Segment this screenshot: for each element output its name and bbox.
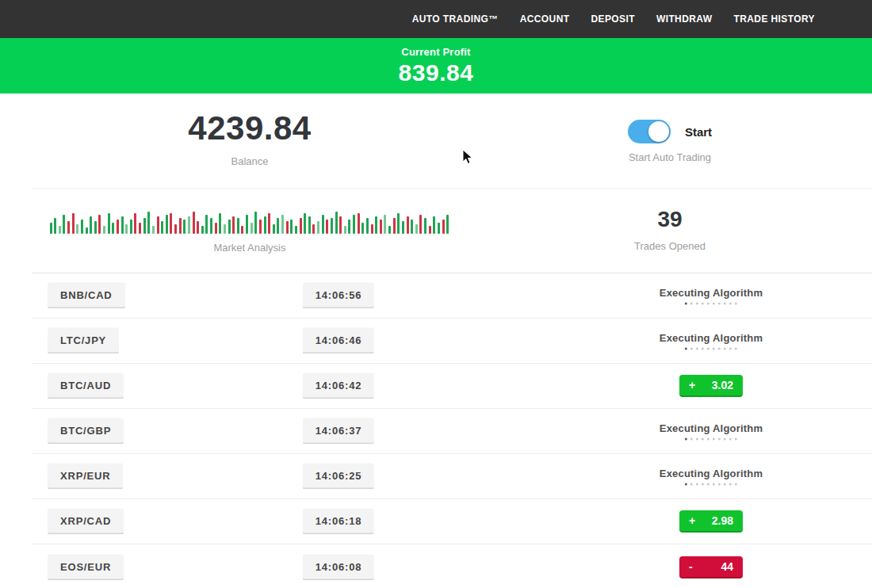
profit-badge: +2.98 (679, 510, 743, 533)
market-bar (170, 213, 172, 234)
market-bar (174, 224, 177, 234)
market-bar (429, 226, 431, 234)
balance-value: 4239.84 (188, 109, 311, 147)
market-bar (134, 213, 136, 234)
progress-dot (735, 438, 737, 441)
market-bar (210, 218, 212, 234)
market-bar (103, 226, 105, 234)
progress-dot (735, 483, 737, 486)
progress-dot (696, 303, 698, 305)
pair-chip: XRP/CAD (48, 509, 124, 535)
progress-dot (724, 483, 726, 486)
time-chip: 14:06:46 (303, 328, 374, 354)
market-bar (402, 221, 404, 234)
market-bar (98, 215, 101, 234)
market-bar (264, 216, 266, 234)
market-bar (254, 212, 257, 234)
nav-item-trade-history[interactable]: TRADE HISTORY (733, 13, 815, 25)
market-row: Market Analysis 39 Trades Opened (32, 189, 872, 273)
trade-list: BNB/CAD 14:06:56 Executing Algorithm LTC… (32, 273, 872, 588)
progress-dot (718, 348, 721, 350)
market-bar (295, 226, 297, 234)
market-bar (81, 220, 83, 234)
market-bar (241, 226, 243, 234)
market-bar (108, 213, 110, 234)
market-bar (63, 215, 65, 234)
market-bar (205, 215, 208, 234)
market-bar (326, 220, 328, 234)
market-bar (322, 215, 324, 234)
market-bar (251, 223, 253, 234)
nav-item-auto-trading[interactable]: AUTO TRADING™ (412, 13, 499, 25)
market-bar (157, 216, 159, 234)
progress-dot (729, 483, 732, 486)
pair-chip: BTC/AUD (48, 373, 124, 399)
auto-trading-page: AUTO TRADING™ACCOUNTDEPOSITWITHDRAWTRADE… (0, 0, 872, 588)
badge-amount: 2.98 (712, 514, 733, 527)
market-bar (371, 224, 373, 234)
progress-dot (696, 438, 698, 441)
status-cell: Executing Algorithm (660, 422, 763, 441)
market-analysis-section: Market Analysis (32, 189, 468, 273)
progress-dot (685, 303, 687, 305)
market-bar (407, 216, 409, 234)
pair-chip: EOS/EUR (48, 554, 124, 580)
trades-opened-section: 39 Trades Opened (468, 189, 872, 273)
progress-dot (690, 483, 693, 486)
current-profit-label: Current Profit (401, 46, 470, 58)
market-bar (366, 218, 369, 234)
market-bar (348, 220, 350, 234)
executing-algorithm-label: Executing Algorithm (660, 332, 763, 344)
balance-label: Balance (231, 155, 269, 167)
market-bar (393, 218, 396, 234)
nav-item-deposit[interactable]: DEPOSIT (591, 13, 634, 25)
market-bar (317, 221, 319, 234)
auto-trading-toggle[interactable] (628, 120, 671, 143)
market-bar (411, 220, 413, 234)
time-chip: 14:06:25 (303, 464, 374, 490)
market-bar (375, 216, 377, 234)
progress-dot (685, 483, 687, 486)
market-bar (424, 218, 426, 234)
market-bar (161, 221, 163, 234)
trades-opened-value: 39 (657, 207, 682, 232)
progress-dot (690, 348, 693, 350)
market-bar (117, 220, 119, 234)
table-row: XRP/EUR 14:06:25 Executing Algorithm (32, 454, 872, 499)
pair-chip: XRP/EUR (48, 464, 123, 490)
market-bar (246, 215, 248, 234)
market-bar (143, 218, 146, 234)
market-bar (139, 223, 141, 234)
progress-dot (713, 303, 715, 305)
market-bar (259, 220, 262, 234)
progress-dot (718, 438, 721, 441)
progress-dot (702, 483, 704, 486)
badge-amount: 44 (721, 560, 733, 573)
pair-chip: BTC/GBP (48, 418, 124, 445)
progress-dot (707, 483, 709, 486)
market-bar (286, 221, 289, 234)
market-bar (304, 213, 306, 234)
progress-dot (729, 303, 732, 305)
nav-item-account[interactable]: ACCOUNT (520, 13, 570, 25)
market-bar (384, 215, 386, 234)
market-bar (442, 220, 445, 234)
progress-dot (724, 438, 726, 441)
market-bar (72, 213, 75, 234)
market-bar (90, 216, 92, 234)
progress-dot (724, 303, 726, 305)
market-bar (331, 218, 333, 234)
nav-item-withdraw[interactable]: WITHDRAW (656, 13, 713, 25)
market-bar (388, 226, 391, 234)
progress-dot (713, 348, 715, 350)
market-bar (358, 213, 360, 234)
market-bar (121, 216, 124, 234)
market-bar (59, 226, 61, 234)
market-bar (308, 216, 311, 234)
balance-section: 4239.84 Balance (32, 94, 468, 188)
market-bar (339, 216, 342, 234)
market-bar (125, 224, 128, 234)
pair-chip: LTC/JPY (48, 328, 119, 354)
market-bar (380, 220, 382, 234)
progress-dot (713, 438, 715, 441)
